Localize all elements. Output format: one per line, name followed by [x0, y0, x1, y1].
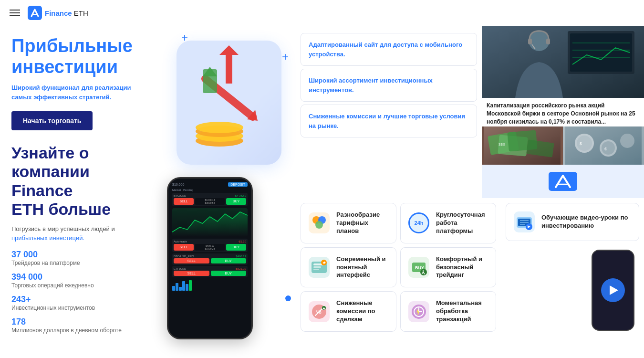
feature-card-1: Адаптированный сайт для доступа с мобиль…	[301, 33, 477, 66]
top-right: Адаптированный сайт для доступа с мобиль…	[296, 26, 644, 198]
feat-label-interface: Современный и понятный интерфейс	[336, 255, 388, 280]
features-grid: Разнообразие тарифных планов 24h Круглос…	[296, 198, 501, 337]
svg-text:$: $	[580, 141, 582, 146]
news-main: Капитализация российского рынка акций Мо…	[482, 26, 644, 126]
feat-icon-transactions	[408, 301, 429, 322]
svg-point-48	[420, 269, 427, 275]
hero-image-area: + +	[162, 26, 296, 349]
feat-card-24h: 24h Круглосуточная работа платформы	[400, 203, 496, 243]
news-thumb-2: $ €	[563, 126, 644, 165]
hamburger-menu[interactable]	[10, 10, 20, 16]
feat-card-tariffs: Разнообразие тарифных планов	[301, 203, 396, 243]
logo[interactable]: Finance ETH	[28, 6, 88, 20]
feat-label-24h: Круглосуточная работа платформы	[436, 211, 488, 235]
news-thumb-logo	[482, 165, 644, 198]
video-play-button[interactable]	[601, 278, 625, 302]
feat-card-interface: ★ Современный и понятный интерфейс	[301, 247, 396, 288]
play-triangle-icon	[610, 285, 618, 295]
news-main-text: Капитализация российского рынка акций Мо…	[482, 98, 644, 126]
about-subtitle: Погрузись в мир успешных людей и прибыль…	[11, 224, 151, 243]
hero-chart-svg	[177, 41, 281, 165]
feat-icon-24h: 24h	[408, 212, 429, 233]
stat-instruments: 243+ Инвестиционных инструментов	[11, 295, 151, 311]
decor-plus-2: +	[282, 50, 289, 63]
news-thumb-1: $$$	[482, 126, 563, 165]
news-thumbnails: $$$	[482, 126, 644, 198]
feat-label-commissions: Сниженные комиссии по сделкам	[336, 299, 388, 324]
svg-rect-20	[546, 39, 550, 44]
feat-icon-tariffs	[309, 212, 330, 233]
feat-icon-interface: ★	[309, 257, 330, 278]
feat-card-commissions: % Сниженные комиссии по сделкам	[301, 291, 396, 332]
svg-rect-14	[570, 33, 632, 72]
feat-label-trading: Комфортный и безопасный трейдинг	[436, 255, 488, 280]
education-section: Обучающие видео-уроки по инвестированию	[501, 198, 644, 337]
logo-finance: Finance	[45, 9, 72, 17]
svg-point-33	[620, 134, 634, 148]
hero-subtitle-highlight: Широкий функционал	[11, 84, 80, 91]
svg-text:★: ★	[322, 261, 326, 265]
header: Finance ETH	[0, 0, 644, 26]
svg-rect-3	[226, 55, 232, 84]
news-title: Капитализация российского рынка акций Мо…	[487, 102, 639, 126]
left-panel: Прибыльные инвестиции Широкий функционал…	[0, 26, 162, 349]
right-area: Адаптированный сайт для доступа с мобиль…	[296, 26, 644, 349]
stat-volume: 178 Миллионов долларов в дневном обороте	[11, 317, 151, 334]
bottom-section: Разнообразие тарифных планов 24h Круглос…	[296, 198, 644, 337]
about-title: Узнайте о компании Finance ЕТН больше	[11, 144, 151, 218]
feat-card-transactions: Моментальная обработка транзакций	[400, 291, 496, 332]
feat-label-tariffs: Разнообразие тарифных планов	[336, 211, 388, 235]
about-link[interactable]: прибыльных инвестиций.	[11, 234, 84, 242]
news-column: Капитализация российского рынка акций Мо…	[482, 26, 644, 198]
feature-card-2: Широкий ассортимент инвестиционных инстр…	[301, 69, 477, 102]
video-phone	[592, 250, 634, 331]
feat-label-education: Обучающие видео-уроки по инвестированию	[541, 214, 631, 230]
feat-label-transactions: Моментальная обработка транзакций	[436, 299, 488, 324]
cta-button[interactable]: Начать торговать	[11, 111, 93, 130]
hero-subtitle: Широкий функционал для реализации самых …	[11, 83, 151, 102]
hero-phone	[177, 41, 281, 165]
feature-highlight-1: Адаптированный сайт	[309, 41, 378, 48]
logo-icon	[28, 6, 42, 20]
logo-eth: ETH	[72, 9, 88, 17]
phone-chart	[172, 208, 248, 237]
news-image	[482, 26, 644, 98]
phone-screen: $10,000 DEPOSIT MarketPending BTC/USD$4 …	[168, 179, 251, 338]
video-phone-wrap	[506, 250, 639, 331]
main-content: Прибыльные инвестиции Широкий функционал…	[0, 26, 644, 349]
news-person-photo	[482, 26, 644, 98]
svg-rect-42	[313, 266, 321, 268]
svg-rect-0	[28, 6, 42, 20]
feature-highlight-2: Широкий ассортимент	[309, 77, 378, 84]
feat-card-education: Обучающие видео-уроки по инвестированию	[506, 203, 639, 241]
svg-point-39	[315, 221, 323, 229]
logo-text: Finance ETH	[45, 9, 88, 17]
stat-operations: 394 000 Торговых операций ежедневно	[11, 272, 151, 289]
svg-rect-19	[528, 39, 532, 44]
svg-point-11	[196, 122, 243, 133]
svg-point-32	[602, 141, 615, 155]
hero-title: Прибыльные инвестиции	[11, 36, 151, 77]
bottom-phone-left: $10,000 DEPOSIT MarketPending BTC/USD$4 …	[167, 177, 272, 349]
feat-card-trading: BUY Комфортный и безопасный трейдинг	[400, 247, 496, 288]
feature-highlight-3: Сниженные комиссии	[309, 113, 376, 120]
stat-traders: 37 000 Трейдеров на платформе	[11, 250, 151, 266]
feat-icon-education	[514, 211, 535, 232]
feature-cards: Адаптированный сайт для доступа с мобиль…	[296, 26, 482, 198]
svg-point-30	[577, 136, 592, 151]
feature-card-3: Сниженные комиссии и лучшие торговые усл…	[301, 105, 477, 137]
decor-dot-1	[285, 295, 291, 301]
svg-text:€: €	[604, 147, 607, 151]
svg-text:$$$: $$$	[499, 142, 505, 147]
svg-rect-43	[313, 269, 319, 270]
feat-icon-trading: BUY	[408, 257, 429, 278]
feat-icon-commissions: %	[309, 301, 330, 322]
